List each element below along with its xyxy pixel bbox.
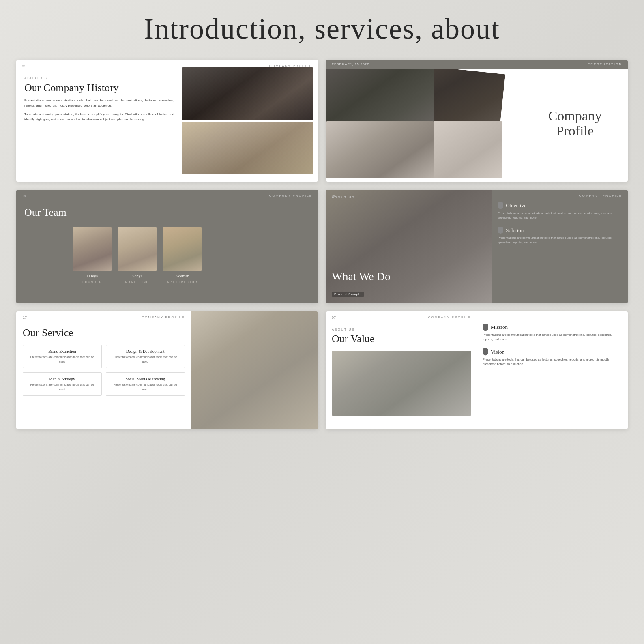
service-brand-title: Brand Extraction bbox=[27, 349, 97, 354]
slide-what-we-do: ABOUT US What We Do Project Sample 06 CO… bbox=[326, 190, 628, 303]
slide1-about-label: ABOUT US bbox=[24, 76, 174, 80]
service-plan-title: Plan & Strategy bbox=[27, 377, 97, 381]
service-card-plan: Plan & Strategy Presentations are commun… bbox=[23, 372, 102, 396]
slide-company-profile: FEBRUARY, 15 2022 PRESENTATION bbox=[326, 60, 628, 182]
service-social-title: Social Media Marketing bbox=[110, 377, 180, 381]
team-members: Olivya FOUNDER Sonya MARKETING bbox=[73, 227, 310, 283]
objective-header: Objective bbox=[498, 202, 622, 209]
service-grid: Brand Extraction Presentations are commu… bbox=[23, 345, 185, 396]
service-card-design: Design & Development Presentations are c… bbox=[106, 345, 185, 368]
team-member-olivya: Olivya FOUNDER bbox=[73, 227, 112, 283]
vision-icon bbox=[483, 348, 488, 356]
solution-body: Presentations are communication tools th… bbox=[498, 236, 622, 245]
slide4-inner: ABOUT US What We Do Project Sample 06 CO… bbox=[326, 190, 628, 303]
vision-body: Presentations are tools that can be used… bbox=[483, 357, 622, 367]
slide-our-value: 07 COMPANY PROFILE ABOUT US Our Value Mi… bbox=[326, 311, 628, 429]
slide3-title: Our Team bbox=[24, 206, 310, 219]
service-card-brand: Brand Extraction Presentations are commu… bbox=[23, 345, 102, 368]
slide-company-history: 05 COMPANY PROFILE ABOUT US Our Company … bbox=[16, 60, 318, 182]
service-social-body: Presentations are communication tools th… bbox=[110, 383, 180, 391]
vision-header: Vision bbox=[483, 348, 622, 356]
slide5-num: 17 bbox=[23, 316, 27, 320]
solution-icon bbox=[498, 227, 503, 234]
slide4-left: ABOUT US What We Do Project Sample bbox=[326, 190, 492, 303]
slide2-img-tablets bbox=[326, 69, 434, 129]
solution-title: Solution bbox=[506, 227, 524, 234]
olivya-role: FOUNDER bbox=[82, 281, 102, 283]
main-title: Introduction, services, about bbox=[0, 0, 644, 56]
slide6-left: 07 COMPANY PROFILE ABOUT US Our Value bbox=[326, 311, 477, 429]
team-member-sonya: Sonya MARKETING bbox=[118, 227, 157, 283]
slide4-right: 06 COMPANY PROFILE Objective Presentatio… bbox=[492, 190, 628, 303]
objective-item: Objective Presentations are communicatio… bbox=[498, 202, 622, 220]
slide4-project-label: Project Sample bbox=[332, 292, 364, 297]
mission-header: Mission bbox=[483, 324, 622, 331]
slide6-inner: 07 COMPANY PROFILE ABOUT US Our Value Mi… bbox=[326, 311, 628, 429]
slide2-company-script: Company Profile bbox=[528, 108, 622, 139]
slide5-brand: COMPANY PROFILE bbox=[142, 316, 185, 319]
slide2-content: Company Profile bbox=[326, 69, 628, 178]
slide2-images bbox=[326, 69, 522, 178]
slide5-right bbox=[191, 311, 318, 429]
slide2-img-woman bbox=[326, 121, 434, 178]
solution-header: Solution bbox=[498, 227, 622, 234]
slides-grid: 05 COMPANY PROFILE ABOUT US Our Company … bbox=[0, 56, 644, 445]
slide-our-team: 19 COMPANY PROFILE Our Team Olivya FOUND… bbox=[16, 190, 318, 303]
mission-item: Mission Presentations are communication … bbox=[483, 324, 622, 342]
slide4-img bbox=[326, 190, 492, 303]
slide1-title: Our Company History bbox=[24, 82, 174, 94]
slide6-num: 07 bbox=[332, 316, 336, 320]
slide2-presentation: PRESENTATION bbox=[588, 62, 622, 66]
vision-title: Vision bbox=[491, 349, 504, 355]
slide6-about: ABOUT US bbox=[332, 328, 471, 331]
sonya-name: Sonya bbox=[132, 274, 142, 278]
mission-title: Mission bbox=[491, 324, 508, 331]
olivya-photo bbox=[73, 227, 112, 271]
slide1-left: ABOUT US Our Company History Presentatio… bbox=[16, 60, 182, 182]
sonya-role: MARKETING bbox=[125, 281, 150, 283]
mission-body: Presentations are communication tools th… bbox=[483, 333, 622, 342]
koeman-role: ART DIRECTOR bbox=[167, 281, 197, 283]
objective-icon bbox=[498, 202, 503, 209]
slide2-text: Company Profile bbox=[522, 69, 628, 178]
slide1-para2: To create a stunning presentation, it's … bbox=[24, 112, 174, 122]
slide5-left: 17 COMPANY PROFILE Our Service Brand Ext… bbox=[16, 311, 191, 429]
slide1-right bbox=[182, 60, 318, 182]
page-wrapper: Introduction, services, about 05 COMPANY… bbox=[0, 0, 644, 644]
slide6-brand: COMPANY PROFILE bbox=[428, 316, 471, 319]
slide6-right: Mission Presentations are communication … bbox=[477, 311, 628, 429]
slide6-title: Our Value bbox=[332, 333, 471, 345]
slide-our-service: 17 COMPANY PROFILE Our Service Brand Ext… bbox=[16, 311, 318, 429]
objective-title: Objective bbox=[506, 202, 526, 209]
slide1-inner: ABOUT US Our Company History Presentatio… bbox=[16, 60, 318, 182]
slide4-num: 06 bbox=[332, 194, 336, 198]
service-brand-body: Presentations are communication tools th… bbox=[27, 355, 97, 364]
slide3-num: 19 bbox=[22, 194, 26, 198]
slide1-para1: Presentations are communication tools th… bbox=[24, 98, 174, 109]
slide5-inner: 17 COMPANY PROFILE Our Service Brand Ext… bbox=[16, 311, 318, 429]
slide4-brand: COMPANY PROFILE bbox=[579, 194, 622, 197]
slide1-img-top bbox=[182, 67, 313, 120]
slide6-img bbox=[332, 351, 471, 416]
koeman-photo bbox=[163, 227, 202, 271]
sonya-photo bbox=[118, 227, 157, 271]
slide5-img bbox=[191, 311, 318, 429]
slide3-inner: 19 COMPANY PROFILE Our Team Olivya FOUND… bbox=[16, 190, 318, 303]
koeman-name: Koeman bbox=[176, 274, 189, 278]
service-plan-body: Presentations are communication tools th… bbox=[27, 383, 97, 391]
slide1-body: Presentations are communication tools th… bbox=[24, 98, 174, 122]
olivya-name: Olivya bbox=[87, 274, 98, 278]
slide1-img-bottom bbox=[182, 122, 313, 174]
service-design-title: Design & Development bbox=[110, 349, 180, 354]
objective-body: Presentations are communication tools th… bbox=[498, 211, 622, 220]
slide2-date: FEBRUARY, 15 2022 bbox=[332, 62, 369, 66]
service-card-social: Social Media Marketing Presentations are… bbox=[106, 372, 185, 396]
vision-item: Vision Presentations are tools that can … bbox=[483, 348, 622, 367]
slide2-header: FEBRUARY, 15 2022 PRESENTATION bbox=[326, 60, 628, 69]
team-member-koeman: Koeman ART DIRECTOR bbox=[163, 227, 202, 283]
mission-icon bbox=[483, 324, 488, 331]
slide1-num: 05 bbox=[22, 64, 27, 68]
solution-item: Solution Presentations are communication… bbox=[498, 227, 622, 245]
slide5-title: Our Service bbox=[23, 327, 185, 339]
service-design-body: Presentations are communication tools th… bbox=[110, 355, 180, 364]
